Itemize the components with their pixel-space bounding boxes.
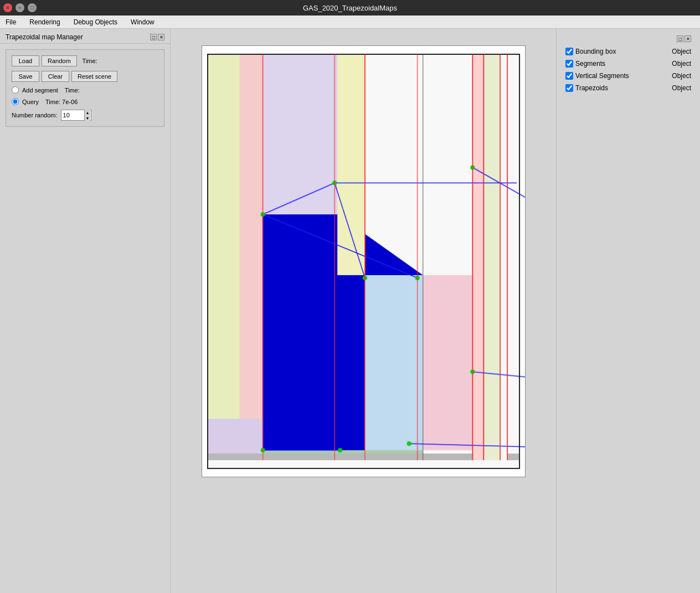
number-random-input[interactable] <box>63 112 84 118</box>
query-radio[interactable] <box>12 98 19 105</box>
query-label: Query <box>22 99 39 105</box>
add-segment-row: Add segment Time: <box>12 86 158 94</box>
vertical-segments-checkbox[interactable] <box>565 72 573 80</box>
panel-title: Trapezoidal map Manager <box>6 33 83 41</box>
vertical-segments-right: Object <box>672 72 691 80</box>
load-button[interactable]: Load <box>12 55 39 66</box>
menu-window[interactable]: Window <box>128 17 157 27</box>
checkbox-segments: Segments Object <box>565 60 691 68</box>
trapezoids-checkbox[interactable] <box>565 84 573 92</box>
panel-resize-icons: ◻ ✕ <box>150 34 164 40</box>
spinbox-arrows: ▲ ▼ <box>84 110 91 121</box>
segments-checkbox[interactable] <box>565 60 573 68</box>
trapezoids-right: Object <box>672 84 691 92</box>
menu-rendering[interactable]: Rendering <box>27 17 62 27</box>
panel-inner-box: Load Random Time: Save Clear Reset scene… <box>6 49 164 127</box>
add-segment-label: Add segment <box>22 87 58 94</box>
random-button[interactable]: Random <box>42 55 77 66</box>
title-bar-controls: × − □ <box>3 3 37 12</box>
segments-right: Object <box>672 60 691 68</box>
spin-down[interactable]: ▼ <box>84 115 91 121</box>
btn-row-2: Save Clear Reset scene <box>12 71 158 82</box>
resize-icon-right[interactable]: ✕ <box>158 34 164 40</box>
vertical-segments-label: Vertical Segments <box>575 72 629 80</box>
panel-body: Load Random Time: Save Clear Reset scene… <box>0 44 170 132</box>
bounding-box-label: Bounding box <box>575 48 616 55</box>
menu-debug-objects[interactable]: Debug Objects <box>71 17 120 27</box>
checkbox-bounding-box: Bounding box Object <box>565 48 691 55</box>
reset-scene-button[interactable]: Reset scene <box>71 71 117 82</box>
right-resize-icon-left[interactable]: ◻ <box>677 35 683 42</box>
bounding-box-checkbox[interactable] <box>565 48 573 55</box>
center-area <box>171 29 556 593</box>
save-button[interactable]: Save <box>12 71 39 82</box>
right-resize-icon-right[interactable]: ✕ <box>684 35 691 42</box>
query-row: Query Time: 7e-06 <box>12 98 158 105</box>
btn-row-1: Load Random Time: <box>12 55 158 66</box>
number-random-spinbox[interactable]: ▲ ▼ <box>61 110 91 121</box>
bounding-box-right: Object <box>672 48 691 55</box>
minimize-button[interactable]: − <box>16 3 24 12</box>
segments-label: Segments <box>575 60 605 68</box>
panel-header: Trapezoidal map Manager ◻ ✕ <box>0 29 170 44</box>
menu-file[interactable]: File <box>3 17 18 27</box>
canvas-container <box>202 45 526 477</box>
main-content: Trapezoidal map Manager ◻ ✕ Load Random … <box>0 29 700 593</box>
left-panel: Trapezoidal map Manager ◻ ✕ Load Random … <box>0 29 171 593</box>
right-panel-header: ◻ ✕ <box>565 35 691 42</box>
menu-bar: File Rendering Debug Objects Window <box>0 16 700 29</box>
map-canvas[interactable] <box>202 46 525 477</box>
time-label-1: Time: <box>83 58 97 64</box>
number-random-row: Number random: ▲ ▼ <box>12 110 158 121</box>
resize-icon-left[interactable]: ◻ <box>150 34 157 40</box>
add-segment-radio[interactable] <box>12 86 19 94</box>
time-label-2: Time: <box>65 87 80 94</box>
title-bar: × − □ GAS_2020_TrapezoidalMaps <box>0 0 700 16</box>
window-title: GAS_2020_TrapezoidalMaps <box>303 4 397 12</box>
maximize-button[interactable]: □ <box>28 3 37 12</box>
spin-up[interactable]: ▲ <box>84 110 91 115</box>
close-button[interactable]: × <box>3 3 12 12</box>
checkbox-trapezoids: Trapezoids Object <box>565 84 691 92</box>
clear-button[interactable]: Clear <box>42 71 69 82</box>
number-random-label: Number random: <box>12 112 58 118</box>
time-value: Time: 7e-06 <box>45 99 78 105</box>
checkbox-vertical-segments: Vertical Segments Object <box>565 72 691 80</box>
trapezoids-label: Trapezoids <box>575 84 608 92</box>
right-resize-icons: ◻ ✕ <box>677 35 691 42</box>
right-panel: ◻ ✕ Bounding box Object Segments Object … <box>556 29 700 593</box>
